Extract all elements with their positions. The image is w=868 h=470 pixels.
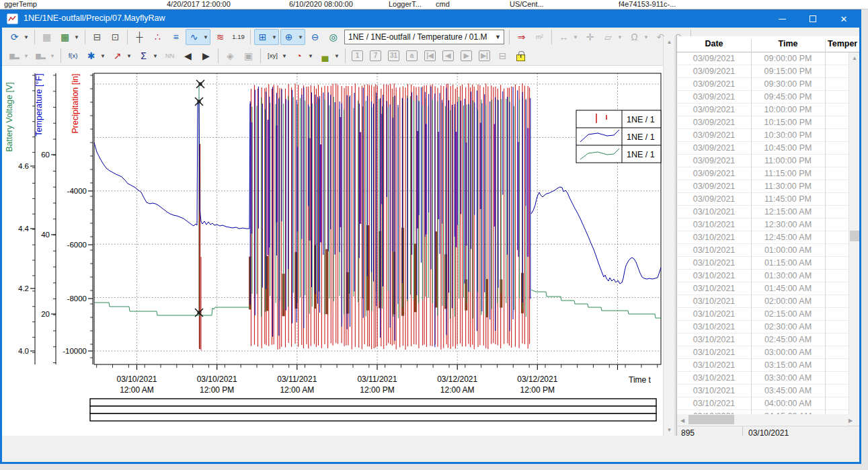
- trend-button[interactable]: ↗▼: [109, 48, 134, 64]
- table-row[interactable]: 03/10/202112:15:00 AM: [677, 206, 849, 219]
- table-row[interactable]: 03/10/202103:00:00 AM: [677, 346, 849, 359]
- column-header-temperature[interactable]: Temper: [825, 39, 859, 52]
- table-row[interactable]: 03/09/202110:15:00 PM: [677, 116, 849, 129]
- table-scroll-right-icon[interactable]: ▶: [845, 414, 856, 426]
- table-row[interactable]: 03/09/202111:00:00 PM: [677, 155, 849, 167]
- world-button[interactable]: ◎: [325, 29, 342, 45]
- sum-button[interactable]: Σ▼: [135, 48, 160, 64]
- table-row[interactable]: 03/10/202103:15:00 AM: [677, 359, 849, 372]
- table-row[interactable]: 03/09/202109:30:00 PM: [677, 78, 849, 91]
- dropdown-arrow-icon[interactable]: ▼: [125, 48, 133, 63]
- print-preview-button[interactable]: ⊡: [107, 29, 124, 45]
- save-as-button[interactable]: ▦▼: [56, 29, 81, 45]
- table-row[interactable]: 03/09/202110:30:00 PM: [677, 129, 849, 142]
- table-row[interactable]: 03/10/202102:15:00 AM: [677, 308, 849, 321]
- table-row[interactable]: 03/09/202109:00:00 PM: [677, 52, 849, 65]
- refresh-button[interactable]: ⟳▼: [6, 29, 31, 45]
- cell-date: 03/09/2021: [677, 104, 751, 116]
- maximize-button[interactable]: [797, 10, 828, 28]
- scatter-chart-button[interactable]: ∴: [149, 29, 166, 45]
- table-row[interactable]: 03/10/202103:30:00 AM: [677, 372, 849, 385]
- data-table-panel[interactable]: Date Time Temper 03/09/202109:00:00 PM03…: [676, 36, 859, 436]
- table-hscroll-thumb[interactable]: [688, 415, 734, 424]
- table-row[interactable]: 03/10/202101:15:00 AM: [677, 257, 849, 270]
- chevron-down-icon[interactable]: ▼: [492, 34, 504, 40]
- table-vertical-scrollbar[interactable]: ▲ ▼: [849, 52, 859, 429]
- dropdown-arrow-icon[interactable]: ▼: [333, 48, 341, 63]
- table-row[interactable]: 03/10/202101:45:00 AM: [677, 282, 849, 295]
- values-button[interactable]: 1.19: [230, 29, 247, 45]
- dropdown-arrow-icon[interactable]: ▼: [48, 48, 56, 63]
- dropdown-arrow-icon[interactable]: ▼: [616, 30, 624, 44]
- y-axis-tick-label: 4.2: [18, 284, 29, 292]
- dropdown-arrow-icon[interactable]: ▼: [280, 48, 288, 63]
- print-button[interactable]: ⊟: [89, 29, 106, 45]
- export-button[interactable]: ⇒: [513, 29, 530, 45]
- first-button: |◀: [422, 48, 438, 64]
- table-row[interactable]: 03/09/202111:30:00 PM: [677, 180, 849, 193]
- dropdown-arrow-icon[interactable]: ▼: [22, 48, 30, 63]
- table-row[interactable]: 03/10/202101:00:00 AM: [677, 244, 849, 257]
- dropdown-arrow-icon[interactable]: ▼: [73, 30, 81, 44]
- y-axis-title: Precipitation [in]: [71, 74, 80, 134]
- dropdown-arrow-icon[interactable]: ▼: [151, 48, 159, 63]
- table-row[interactable]: 03/10/202102:45:00 AM: [677, 334, 849, 346]
- chart-pane[interactable]: 4.64.44.24.0Battery Voltage [V]604020Tem…: [2, 66, 663, 436]
- table-row[interactable]: 03/09/202109:15:00 PM: [677, 65, 849, 78]
- x-axis-time-label: 12:00 PM: [360, 385, 394, 395]
- step-right-button[interactable]: ▶: [198, 48, 214, 64]
- scroll-up-icon[interactable]: ▲: [664, 36, 675, 48]
- compare-curves-button[interactable]: ≋: [212, 29, 229, 45]
- lock-button[interactable]: [512, 48, 529, 64]
- dropdown-arrow-icon[interactable]: ▼: [270, 30, 278, 44]
- dropdown-arrow-icon[interactable]: ▼: [22, 30, 30, 44]
- table-row[interactable]: 03/09/202111:45:00 PM: [677, 193, 849, 206]
- table-horizontal-scrollbar[interactable]: ◀ ▶: [677, 414, 856, 425]
- minimize-button[interactable]: [766, 10, 797, 28]
- zoom-in-button[interactable]: ⊕▼: [280, 29, 305, 45]
- table-row[interactable]: 03/10/202102:30:00 AM: [677, 321, 849, 334]
- table-row[interactable]: 03/09/202109:45:00 PM: [677, 91, 849, 104]
- function-button[interactable]: f(x): [65, 48, 81, 64]
- dropdown-arrow-icon[interactable]: ▼: [99, 48, 107, 63]
- cell-date: 03/10/2021: [677, 257, 751, 270]
- xy-button[interactable]: [xy]▼: [264, 48, 289, 64]
- table-row[interactable]: 03/10/202101:30:00 AM: [677, 270, 849, 282]
- table-scroll-left-icon[interactable]: ◀: [677, 414, 688, 426]
- table-vscroll-thumb[interactable]: [850, 231, 859, 241]
- scroll-down-icon[interactable]: ▼: [664, 424, 675, 436]
- cell-date: 03/10/2021: [677, 219, 751, 231]
- table-scroll-up-icon[interactable]: ▲: [849, 52, 859, 64]
- table-row[interactable]: 03/09/202110:00:00 PM: [677, 104, 849, 116]
- zoom-out-button[interactable]: ⊖: [307, 29, 323, 45]
- table-row[interactable]: 03/10/202112:30:00 AM: [677, 219, 849, 231]
- background-text: 6/10/2020 08:00:00: [289, 0, 353, 8]
- dropdown-arrow-icon[interactable]: ▼: [642, 30, 650, 44]
- step-left-button[interactable]: ◀: [180, 48, 196, 64]
- table-row[interactable]: 03/09/202110:45:00 PM: [677, 142, 849, 155]
- table-row[interactable]: 03/10/202112:45:00 AM: [677, 231, 849, 244]
- settings-gear-button[interactable]: ✱▼: [83, 48, 108, 64]
- time-pie-button[interactable]: ◔▼: [290, 48, 315, 64]
- dropdown-arrow-icon[interactable]: ▼: [297, 30, 305, 44]
- table-row[interactable]: 03/09/202111:15:00 PM: [677, 167, 849, 180]
- table-row[interactable]: 03/10/202104:00:00 AM: [677, 397, 849, 410]
- chart-table-button[interactable]: ⊞▼: [254, 29, 279, 45]
- column-header-time[interactable]: Time: [751, 39, 825, 52]
- table-row[interactable]: 03/10/202103:45:00 AM: [677, 385, 849, 397]
- table-row[interactable]: 03/10/202102:00:00 AM: [677, 295, 849, 308]
- series-selector-combobox[interactable]: 1NE / 1NE-outfall / Temperature / 01.M▼: [344, 30, 504, 44]
- day-31-button: 31: [385, 48, 402, 64]
- close-button[interactable]: ✕: [828, 10, 859, 28]
- legend-button[interactable]: ≡: [167, 29, 184, 45]
- dropdown-arrow-icon[interactable]: ▼: [202, 30, 210, 44]
- title-bar[interactable]: 1NE/1NE-outfall/Precip/07.MayflyRaw ✕: [2, 10, 859, 28]
- area-chart-button[interactable]: ▄▼: [317, 48, 342, 64]
- line-chart-button[interactable]: ∿▼: [186, 29, 210, 45]
- dropdown-arrow-icon[interactable]: ▼: [571, 30, 580, 44]
- chart-vertical-scrollbar[interactable]: ▲ ▼: [663, 36, 674, 436]
- axes-button[interactable]: ┼: [131, 29, 148, 45]
- x-axis-date-label: 03/11/2021: [357, 375, 397, 384]
- column-header-date[interactable]: Date: [677, 39, 751, 52]
- dropdown-arrow-icon[interactable]: ▼: [307, 48, 315, 63]
